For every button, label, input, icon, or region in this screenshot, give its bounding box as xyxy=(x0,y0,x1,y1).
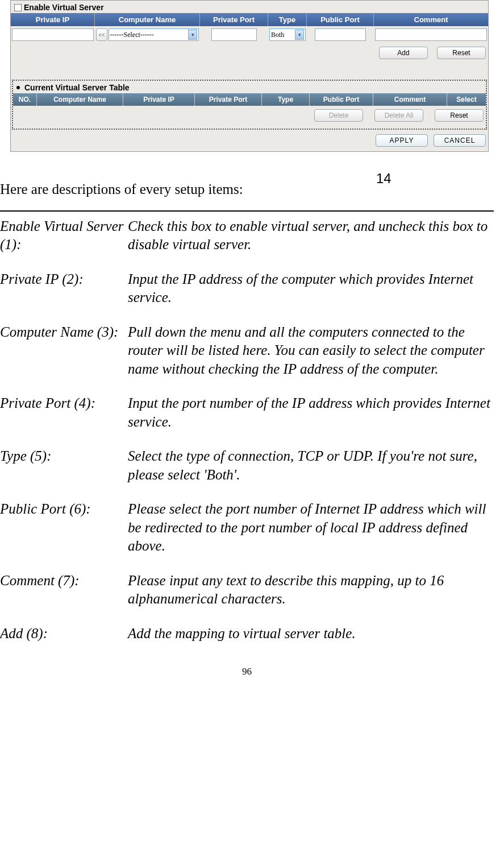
apply-button[interactable]: APPLY xyxy=(376,134,428,147)
term-type: Type (5): xyxy=(0,447,128,484)
term-public-port: Public Port (6): xyxy=(0,500,128,556)
annotation-14: 14 xyxy=(376,171,391,187)
comment-input[interactable] xyxy=(375,28,487,41)
table-reset-button[interactable]: Reset xyxy=(435,109,484,122)
chevron-down-icon: ▾ xyxy=(188,30,197,40)
cancel-button[interactable]: CANCEL xyxy=(434,134,486,147)
hdr-private-ip: Private IP xyxy=(11,13,95,26)
intro-text: Here are descriptions of every setup ite… xyxy=(0,180,494,199)
def-type: Select the type of connection, TCP or UD… xyxy=(128,447,494,484)
copy-ip-button[interactable]: << xyxy=(96,28,107,41)
type-select[interactable]: Both ▾ xyxy=(269,28,306,41)
th-comment: Comment xyxy=(373,93,447,106)
hdr-comment: Comment xyxy=(374,13,488,26)
enable-virtual-server-checkbox[interactable] xyxy=(14,4,22,11)
def-add: Add the mapping to virtual server table. xyxy=(128,624,494,643)
add-button[interactable]: Add xyxy=(379,47,428,59)
input-header-row: Private IP Computer Name Private Port Ty… xyxy=(11,13,488,26)
input-row: << ------Select------ ▾ Both ▾ xyxy=(11,26,488,43)
def-computer-name: Pull down the menu and all the computers… xyxy=(128,323,494,379)
virtual-server-panel: Enable Virtual Server Private IP Compute… xyxy=(10,0,489,152)
th-private-port: Private Port xyxy=(195,93,262,106)
term-private-ip: Private IP (2): xyxy=(0,270,128,307)
def-private-port: Input the port number of the IP address … xyxy=(128,394,494,431)
chevron-down-icon: ▾ xyxy=(295,30,304,40)
public-port-input[interactable] xyxy=(315,28,366,41)
term-comment: Comment (7): xyxy=(0,572,128,609)
private-ip-input[interactable] xyxy=(12,28,94,41)
th-type: Type xyxy=(262,93,310,106)
th-no: NO. xyxy=(13,93,37,106)
term-add: Add (8): xyxy=(0,624,128,643)
term-enable: Enable Virtual Server (1): xyxy=(0,217,128,254)
th-public-port: Public Port xyxy=(310,93,373,106)
delete-all-button[interactable]: Delete All xyxy=(374,109,423,122)
bullet-icon xyxy=(16,86,20,89)
current-table-box: Current Virtual Server Table NO. Compute… xyxy=(12,80,487,130)
divider xyxy=(0,210,494,212)
reset-button[interactable]: Reset xyxy=(437,47,486,59)
hdr-private-port: Private Port xyxy=(200,13,268,26)
hdr-type: Type xyxy=(268,13,307,26)
term-computer-name: Computer Name (3): xyxy=(0,323,128,379)
th-select: Select xyxy=(447,93,486,106)
th-private-ip: Private IP xyxy=(123,93,195,106)
hdr-computer-name: Computer Name xyxy=(95,13,200,26)
def-comment: Please input any text to describe this m… xyxy=(128,572,494,609)
private-port-input[interactable] xyxy=(211,28,257,41)
th-computer-name: Computer Name xyxy=(37,93,123,106)
def-private-ip: Input the IP address of the computer whi… xyxy=(128,270,494,307)
enable-virtual-server-label: Enable Virtual Server xyxy=(24,3,104,12)
def-public-port: Please select the port number of Interne… xyxy=(128,500,494,556)
type-value: Both xyxy=(271,31,284,39)
def-enable: Check this box to enable virtual server,… xyxy=(128,217,494,254)
hdr-public-port: Public Port xyxy=(307,13,374,26)
table-header-row: NO. Computer Name Private IP Private Por… xyxy=(13,93,486,106)
computer-name-placeholder: ------Select------ xyxy=(110,31,154,39)
delete-button[interactable]: Delete xyxy=(314,109,363,122)
page-number: 96 xyxy=(0,665,494,678)
computer-name-select[interactable]: ------Select------ ▾ xyxy=(109,28,199,41)
current-table-title: Current Virtual Server Table xyxy=(24,83,130,92)
term-private-port: Private Port (4): xyxy=(0,394,128,431)
